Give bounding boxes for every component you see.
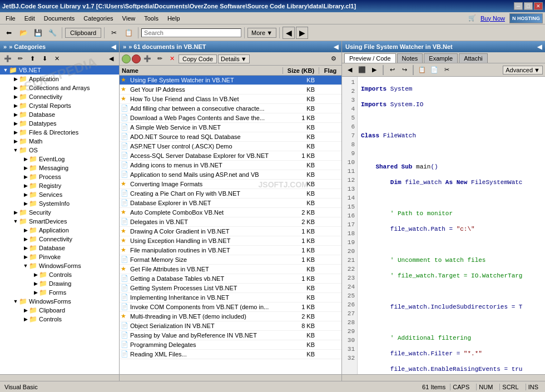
doc-row-3[interactable]: 📄 Add filling char between a consecutive… [120,104,341,113]
tree-item-sd-wf-drawing[interactable]: ▶ 📁 Drawing [0,279,119,288]
tree-item-collections[interactable]: ▶ 📁 Collections and Arrays [0,83,119,92]
tree-item-application[interactable]: ▶ 📁 Application [0,75,119,83]
doc-row-0[interactable]: ★ Using File System Watcher in VB.NET KB [120,76,341,85]
tree-item-registry[interactable]: ▶ 📁 Registry [0,181,119,190]
doc-row-9[interactable]: 📄 Adding icons to menus in VB.NET KB [120,161,341,170]
tree-item-sysinfo[interactable]: ▶ 📁 SystemInfo [0,199,119,208]
tab-example[interactable]: Example [424,53,458,63]
doc-row-28[interactable]: 📄 Programming Delegates KB [120,340,341,350]
tree-item-services[interactable]: ▶ 📁 Services [0,190,119,199]
doc-row-13[interactable]: 📄 Database Explorer in VB.NET KB [120,199,341,208]
doc-row-20[interactable]: ★ Get File Attributes in VB.NET KB [120,265,341,274]
maximize-button[interactable]: □ [524,2,533,10]
more-button[interactable]: More ▼ [247,28,276,38]
doc-row-5[interactable]: 📄 A Simple Web Service in VB.NET KB [120,123,341,132]
doc-row-17[interactable]: ★ Using Exception Handling in VB.NET 1 K… [120,236,341,246]
doc-row-27[interactable]: 📄 Passing by Value and byReference IN VB… [120,331,341,340]
close-button[interactable]: ✕ [534,2,543,10]
tree-item-sd-wf[interactable]: ▼ 📁 WindowsForms [0,261,119,270]
tree-item-files[interactable]: ▶ 📁 Files & Directories [0,128,119,137]
tree-down-btn[interactable]: ⬇ [39,54,50,64]
tree-item-database[interactable]: ▶ 📁 Database [0,110,119,119]
doc-row-11[interactable]: ★ Converting Image Formats KB JSOFTJ.COM [120,180,341,189]
tab-preview-code[interactable]: Preview / Code [344,53,396,63]
doc-row-15[interactable]: 📄 Delegates in VB.NET 2 KB [120,217,341,227]
doc-delete-btn[interactable]: ✕ [166,54,177,64]
toolbar-btn-1[interactable]: ⬅ [2,27,16,39]
code-cut-btn[interactable]: ✂ [441,65,452,75]
menu-tools[interactable]: Tools [141,14,162,23]
tree-item-process[interactable]: ▶ 📁 Process [0,172,119,181]
tree-collapse-btn[interactable]: ◀ [106,54,117,64]
tree-edit-btn[interactable]: ✏ [14,54,26,64]
tree-item-eventlog[interactable]: ▶ 📁 EventLog [0,155,119,163]
categories-scrollbar[interactable] [0,374,119,381]
advanced-button[interactable]: Advanced ▼ [503,66,543,75]
menu-view[interactable]: View [119,14,139,23]
doc-row-4[interactable]: 📄 Download a Web Pages Contents and Save… [120,113,341,123]
code-undo-btn[interactable]: ↩ [387,65,398,75]
menu-categories[interactable]: Categories [80,14,116,23]
tree-item-sd-pinvoke[interactable]: ▶ 📁 Pinvoke [0,252,119,261]
tab-notes[interactable]: Notes [397,53,423,63]
doc-row-26[interactable]: 📄 Object Serialization IN VB.NET 8 KB [120,321,341,331]
doc-scrollbar[interactable] [120,374,341,381]
tree-delete-btn[interactable]: ✕ [51,54,62,64]
doc-edit-btn[interactable]: ✏ [154,54,165,64]
tree-item-wf[interactable]: ▼ 📁 WindowsForms [0,297,119,306]
tree-item-smartdevices[interactable]: ▼ 📁 SmartDevices [0,217,119,226]
code-btn-3[interactable]: ▶ [369,65,380,75]
copy-code-button[interactable]: Copy Code [179,54,217,63]
doc-add-btn[interactable]: ➕ [142,54,153,64]
tree-item-sd-app[interactable]: ▶ 📁 Application [0,226,119,235]
tree-item-math[interactable]: ▶ 📁 Math [0,137,119,146]
doc-row-21[interactable]: 📄 Getting a Database Tables vb.NET 1 KB [120,274,341,284]
tree-item-wf-clipboard[interactable]: ▶ 📁 Clipboard [0,306,119,315]
tree-item-sd-db[interactable]: ▶ 📁 Database [0,244,119,252]
doc-row-19[interactable]: 📄 Format Memory Size 1 KB [120,255,341,265]
doc-stop-btn[interactable] [132,54,141,63]
tree-up-btn[interactable]: ⬆ [27,54,38,64]
menu-documents[interactable]: Documents [41,14,78,23]
tree-item-wf-controls[interactable]: ▶ 📁 Controls [0,315,119,324]
tree-item-sd-wf-forms[interactable]: ▶ 📁 Forms [0,288,119,297]
doc-settings-btn[interactable]: ⚙ [328,54,339,64]
details-button[interactable]: Details ▼ [218,54,250,63]
tab-attachments[interactable]: Attachi [459,53,488,63]
menu-file[interactable]: File [2,14,19,23]
doc-row-18[interactable]: ★ File manipulation routines in VB.NET 1… [120,246,341,255]
toolbar-btn-5[interactable]: ✂ [107,27,121,39]
doc-row-8[interactable]: 📄 Access-SQL Server Database Explorer fo… [120,151,341,161]
code-btn-1[interactable]: ◀ [344,65,355,75]
minimize-button[interactable]: ─ [514,2,523,10]
doc-row-29[interactable]: 📄 Reading XML Files... KB [120,350,341,359]
doc-row-1[interactable]: ★ Get Your IP Address KB [120,85,341,95]
tree-item-os[interactable]: ▼ 📁 OS [0,146,119,155]
doc-play-btn[interactable] [122,54,131,63]
tree-item-vbnet[interactable]: ▼ 📁 VB.NET [0,66,119,75]
tree-item-connectivity[interactable]: ▶ 📁 Connectivity [0,92,119,101]
menu-edit[interactable]: Edit [21,14,38,23]
toolbar-btn-2[interactable]: 📂 [17,27,30,39]
clipboard-button[interactable]: Clipboard [65,28,101,38]
doc-row-25[interactable]: ★ Multi-threading in VB.NET (demo includ… [120,312,341,321]
tree-item-security[interactable]: ▶ 📁 Security [0,208,119,217]
doc-row-16[interactable]: ★ Drawing A Color Gradient in VB.NET 1 K… [120,227,341,236]
code-btn-2[interactable]: ⬛ [356,65,368,75]
doc-row-23[interactable]: 📄 Implementing Inheritance in VB.NET KB [120,293,341,302]
doc-row-10[interactable]: 📄 Application to send Mails using ASP.ne… [120,170,341,180]
code-redo-btn[interactable]: ↪ [399,65,410,75]
tree-item-messaging[interactable]: ▶ 📁 Messaging [0,163,119,172]
doc-row-24[interactable]: 📄 Invoke COM Components from VB.NET (dem… [120,302,341,312]
code-copy-btn[interactable]: 📋 [417,65,428,75]
doc-row-2[interactable]: ★ How To Use Friend and Class In VB.Net … [120,95,341,104]
tree-item-sd-wf-controls[interactable]: ▶ 📁 Controls [0,270,119,279]
code-paste-btn[interactable]: 📄 [429,65,440,75]
buy-now-link[interactable]: Buy Now [480,15,505,22]
toolbar-btn-4[interactable]: 🔧 [46,27,59,39]
tree-item-crystal[interactable]: ▶ 📁 Crystal Reports [0,101,119,110]
nav-fwd-btn[interactable]: ▶ [296,27,308,39]
toolbar-btn-6[interactable]: 📋 [122,27,135,39]
doc-row-7[interactable]: 📄 ASP.NET User control (.ASCX) Demo KB [120,142,341,151]
doc-row-6[interactable]: 📄 ADO.NET Source to read SQL Database KB [120,132,341,142]
